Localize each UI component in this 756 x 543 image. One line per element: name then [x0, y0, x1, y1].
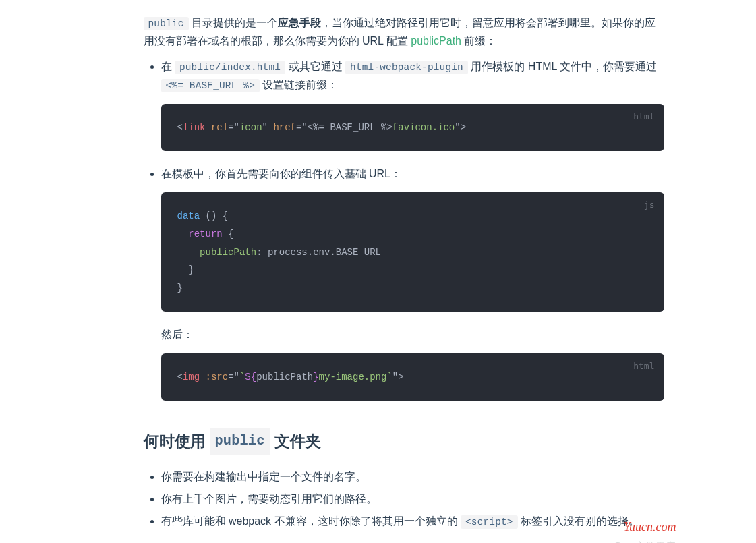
code-base-url-erb: <%= BASE_URL %> [161, 79, 260, 92]
code-html-webpack-plugin: html-webpack-plugin [345, 61, 468, 74]
watermark-csdn: CSDN @C_心欲无痕 [581, 538, 676, 543]
watermark-yuucn: Yuucn.com [624, 517, 676, 538]
list-item: 在模板中，你首先需要向你的组件传入基础 URL： js data () { re… [161, 165, 664, 401]
list-item: 你有上千个图片，需要动态引用它们的路径。 [161, 490, 664, 508]
when-public-list: 你需要在构建输出中指定一个文件的名字。 你有上千个图片，需要动态引用它们的路径。… [144, 467, 664, 531]
code-lang-label: html [633, 109, 654, 124]
code-lang-label: html [633, 359, 654, 374]
codeblock-link-favicon: html <link rel="icon" href="<%= BASE_URL… [161, 104, 664, 152]
article-body: public 目录提供的是一个应急手段，当你通过绝对路径引用它时，留意应用将会部… [68, 0, 689, 543]
code-content[interactable]: data () { return { publicPath: process.e… [161, 192, 664, 312]
code-lang-label: js [644, 198, 655, 212]
bold-escape: 应急手段 [278, 17, 321, 28]
codeblock-img-src: html <img :src="`${publicPath}my-image.p… [161, 353, 664, 401]
code-content[interactable]: <link rel="icon" href="<%= BASE_URL %>fa… [161, 104, 664, 152]
list-item: 有些库可能和 webpack 不兼容，这时你除了将其用一个独立的 <script… [161, 512, 664, 530]
code-script-tag: <script> [461, 515, 518, 529]
steps-list: 在 public/index.html 或其它通过 html-webpack-p… [144, 57, 664, 401]
code-public: public [144, 17, 189, 30]
list-item: 在 public/index.html 或其它通过 html-webpack-p… [161, 57, 664, 152]
link-publicpath[interactable]: publicPath [411, 35, 461, 47]
intro-paragraph: public 目录提供的是一个应急手段，当你通过绝对路径引用它时，留意应用将会部… [144, 13, 664, 51]
code-index-html: public/index.html [175, 61, 285, 74]
then-text: 然后： [161, 325, 664, 343]
codeblock-data-fn: js data () { return { publicPath: proces… [161, 192, 664, 312]
list-item: 你需要在构建输出中指定一个文件的名字。 [161, 467, 664, 486]
code-public-h2: public [210, 428, 270, 455]
code-content[interactable]: <img :src="`${publicPath}my-image.png`"> [161, 353, 664, 401]
section-when-public: 何时使用 public 文件夹 [144, 428, 664, 455]
